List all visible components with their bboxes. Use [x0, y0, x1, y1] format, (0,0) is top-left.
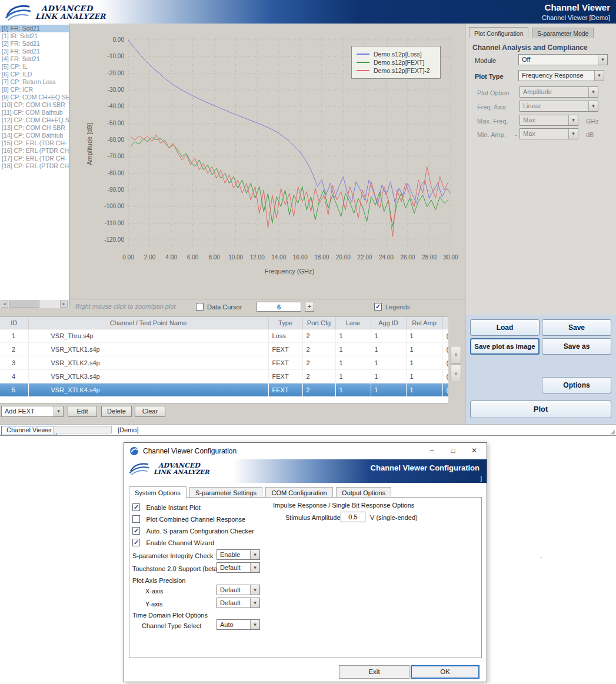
dropdown-arrow-icon[interactable]: ▾: [250, 550, 259, 559]
dropdown-arrow-icon[interactable]: ▾: [594, 71, 604, 81]
scroll-left-icon[interactable]: ◂: [1, 301, 8, 308]
table-cell: FEXT: [268, 343, 302, 356]
column-header[interactable]: Agg ID: [371, 317, 406, 329]
column-header[interactable]: ID: [0, 317, 28, 329]
enable-instant-plot-checkbox[interactable]: ✓: [132, 503, 140, 511]
dropdown-arrow-icon[interactable]: ▾: [54, 406, 63, 416]
sidebar-item[interactable]: [6] CP: ILD: [0, 71, 69, 78]
sidebar-item[interactable]: [10] CP: COM CH SBR: [0, 101, 69, 109]
save-as-button[interactable]: Save as: [542, 338, 611, 355]
dialog-titlebar[interactable]: Channel Viewer Configuration – □ ✕: [124, 443, 487, 459]
sparam-integrity-select[interactable]: Enable ▾: [217, 549, 260, 560]
sidebar-item[interactable]: [8] CP: ICR: [0, 86, 69, 94]
maximize-button[interactable]: □: [443, 443, 463, 458]
channel-type-select[interactable]: Auto ▾: [217, 619, 260, 630]
auto-sparam-checker-checkbox[interactable]: ✓: [132, 527, 140, 535]
dropdown-arrow-icon[interactable]: ▾: [250, 585, 259, 595]
close-button[interactable]: ✕: [464, 443, 484, 458]
tab-plot-configuration[interactable]: Plot Configuration: [469, 27, 528, 38]
table-scroll-up-button[interactable]: ∧: [451, 346, 461, 363]
max-freq-select[interactable]: Max ▾: [520, 115, 578, 126]
dropdown-arrow-icon[interactable]: ▾: [250, 598, 259, 608]
add-fext-select[interactable]: Add FEXT ▾: [1, 406, 64, 417]
table-row[interactable]: 5VSR_XTLK4.s4pFEXT2111(0: [0, 383, 448, 397]
column-header[interactable]: Lane: [335, 317, 371, 329]
sidebar-item[interactable]: [4] FR: Sdd21: [0, 55, 69, 63]
stray-dot: .: [540, 552, 542, 560]
options-button[interactable]: Options: [542, 377, 611, 393]
save-plot-as-image-button[interactable]: Save plot as image: [470, 338, 540, 355]
sidebar-item[interactable]: [1] IR: Sdd21: [0, 32, 69, 40]
dropdown-arrow-icon[interactable]: ▾: [250, 620, 259, 629]
sidebar-item[interactable]: [9] CP: COM CH+EQ SE: [0, 94, 69, 101]
sidebar-item[interactable]: [2] FR: Sdd21: [0, 40, 69, 48]
plot-type-select[interactable]: Frequency Response ▾: [518, 70, 604, 81]
clear-button[interactable]: Clear: [135, 406, 165, 417]
freq-axis-select[interactable]: Linear ▾: [520, 101, 598, 112]
exit-button[interactable]: Exit: [339, 665, 409, 679]
y-axis-select[interactable]: Default ▾: [217, 598, 260, 608]
column-header[interactable]: Rel Amp: [406, 317, 442, 329]
enable-channel-wizard-checkbox[interactable]: ✓: [132, 539, 140, 546]
tab-s-parameter-mode[interactable]: S-parameter Mode: [532, 28, 594, 38]
sidebar-item[interactable]: [15] CP: ERL (TDR CH-: [0, 139, 69, 147]
table-row[interactable]: 3VSR_XTLK2.s4pFEXT2111(0: [0, 356, 448, 370]
sidebar-item[interactable]: [17] CP: ERL (TDR CH-: [0, 155, 69, 162]
dropdown-arrow-icon[interactable]: ▾: [250, 563, 259, 572]
tab-com-configuration[interactable]: COM Configuration: [265, 487, 332, 498]
column-header[interactable]: Type: [268, 317, 302, 329]
table-cell: 2: [302, 370, 335, 383]
sidebar-item[interactable]: [13] CP: COM CH SBR: [0, 124, 69, 132]
status-demo-label: [Demo]: [118, 426, 138, 433]
x-axis-select[interactable]: Default ▾: [217, 585, 260, 595]
table-row[interactable]: 2VSR_XTLK1.s4pFEXT2111(0: [0, 343, 448, 356]
table-row[interactable]: 1VSR_Thru.s4pLoss2111(0: [0, 329, 448, 343]
resize-grip[interactable]: ◢: [610, 428, 615, 435]
minimize-button[interactable]: –: [422, 443, 442, 458]
plot-combined-checkbox[interactable]: ✓: [132, 515, 140, 523]
logo-line1: ADVANCED: [154, 462, 209, 469]
max-freq-unit: GHz: [586, 118, 599, 125]
sidebar-item[interactable]: [7] CP: Return Loss: [0, 78, 69, 86]
data-cursor-input[interactable]: [257, 302, 301, 312]
sidebar-item[interactable]: [11] CP: COM Bathtub: [0, 109, 69, 116]
signal-list-hscrollbar[interactable]: ◂ ▸: [0, 300, 69, 308]
min-amp-select[interactable]: Max ▾: [520, 128, 578, 139]
stimulus-amplitude-input[interactable]: [341, 512, 365, 522]
data-cursor-checkbox[interactable]: ✓: [196, 303, 204, 311]
touchstone-select[interactable]: Default ▾: [217, 562, 260, 573]
sidebar-item[interactable]: [18] CP: ERL (PTDR CH: [0, 162, 69, 170]
sidebar-item[interactable]: [12] CP: COM CH+EQ S: [0, 116, 69, 124]
table-row[interactable]: 4VSR_XTLK3.s4pFEXT2111(0: [0, 370, 448, 383]
dropdown-arrow-icon[interactable]: ▾: [598, 55, 607, 65]
tab-output-options[interactable]: Output Options: [336, 487, 391, 498]
data-cursor-plus-button[interactable]: +: [305, 302, 314, 312]
edit-button[interactable]: Edit: [68, 406, 97, 417]
plot-button[interactable]: Plot: [470, 401, 611, 418]
table-scroll-down-button[interactable]: ∨: [451, 365, 461, 382]
sidebar-item[interactable]: [3] FR: Sdd21: [0, 48, 69, 55]
module-select[interactable]: Off ▾: [518, 54, 608, 65]
column-header[interactable]: [442, 317, 448, 329]
plot-option-select[interactable]: Amplitude ▾: [520, 86, 598, 98]
status-tab[interactable]: Channel Viewer: [1, 426, 57, 435]
sidebar-item[interactable]: [14] CP: COM Bathtub: [0, 132, 69, 139]
legends-checkbox[interactable]: ✓: [374, 303, 382, 311]
sidebar-item[interactable]: [16] CP: ERL (PTDR CH: [0, 147, 69, 155]
tab-s-parameter-settings[interactable]: S-parameter Settings: [189, 487, 262, 498]
dropdown-arrow-icon[interactable]: ▾: [588, 101, 598, 111]
dropdown-arrow-icon[interactable]: ▾: [588, 87, 598, 97]
ok-button[interactable]: OK: [411, 665, 480, 679]
delete-button[interactable]: Delete: [101, 406, 132, 417]
sidebar-item[interactable]: [0] FR: Sdd21: [0, 25, 69, 32]
column-header[interactable]: Channel / Test Point Name: [28, 317, 268, 329]
dropdown-arrow-icon[interactable]: ▾: [568, 129, 578, 139]
dropdown-arrow-icon[interactable]: ▾: [568, 115, 578, 125]
tab-system-options[interactable]: System Options: [129, 486, 187, 498]
load-button[interactable]: Load: [470, 319, 540, 336]
scrollbar-thumb[interactable]: [9, 301, 39, 308]
column-header[interactable]: Port Cfg: [302, 317, 335, 329]
sidebar-item[interactable]: [5] CP: IL: [0, 63, 69, 71]
save-button[interactable]: Save: [542, 319, 611, 336]
scroll-right-icon[interactable]: ▸: [60, 301, 68, 308]
